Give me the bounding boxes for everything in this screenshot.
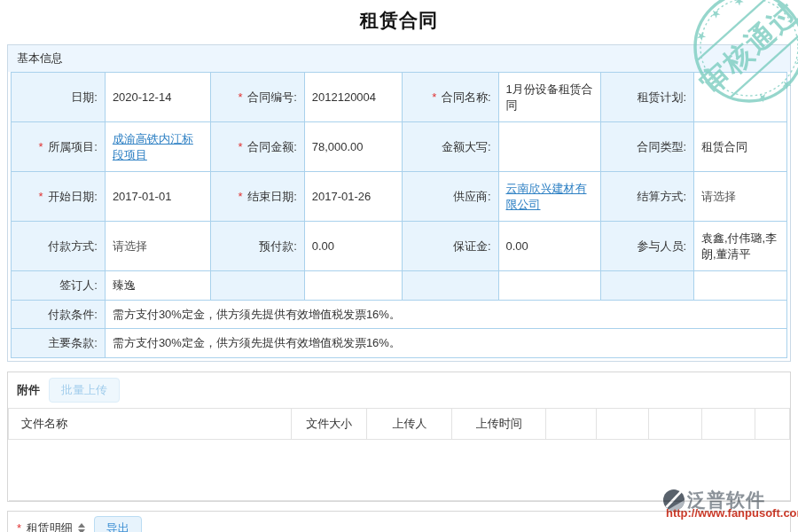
field-value: 2012120004 bbox=[304, 73, 402, 122]
basic-info-row: 签订人:臻逸 bbox=[12, 271, 787, 301]
field-value: 袁鑫,付伟璐,李朗,董清平 bbox=[694, 222, 787, 271]
attachments-header: 附件 批量上传 bbox=[8, 372, 790, 408]
basic-info-table: 日期:2020-12-14* 合同编号:2012120004* 合同名称:1月份… bbox=[11, 72, 787, 358]
svg-text:★: ★ bbox=[791, 53, 798, 70]
field-value: 请选择 bbox=[105, 222, 210, 271]
attachments-title: 附件 bbox=[17, 382, 40, 398]
field-label bbox=[210, 271, 304, 301]
field-label: * 合同编号: bbox=[210, 73, 304, 122]
field-value: 2017-01-26 bbox=[304, 172, 402, 222]
attachments-panel: 附件 批量上传 文件名称文件大小上传人上传时间 bbox=[7, 372, 791, 502]
required-asterisk: * bbox=[238, 90, 246, 104]
rental-details-title: * 租赁明细 bbox=[17, 520, 73, 532]
field-value bbox=[498, 122, 601, 172]
field-label: * 结束日期: bbox=[210, 172, 304, 222]
field-link[interactable]: 成渝高铁内江标段项目 bbox=[113, 132, 193, 161]
basic-info-panel: 基本信息 日期:2020-12-14* 合同编号:2012120004* 合同名… bbox=[7, 44, 791, 362]
field-label: 金额大写: bbox=[403, 122, 499, 172]
batch-upload-button[interactable]: 批量上传 bbox=[49, 378, 120, 403]
field-label: * 合同金额: bbox=[210, 122, 304, 172]
field-value bbox=[694, 271, 787, 301]
required-asterisk: * bbox=[238, 190, 246, 203]
required-asterisk: * bbox=[39, 140, 47, 153]
sort-toggle-icon[interactable] bbox=[78, 523, 85, 532]
field-label: 保证金: bbox=[403, 222, 499, 271]
field-value: 租赁合同 bbox=[694, 122, 787, 172]
field-value: 需方支付30%定金，供方须先提供有效增值税发票16%。 bbox=[105, 329, 786, 358]
attachments-column-header bbox=[546, 409, 596, 440]
attachments-column-header: 上传人 bbox=[367, 409, 452, 440]
required-asterisk: * bbox=[17, 521, 21, 532]
field-label: 供应商: bbox=[403, 172, 499, 222]
rental-details-panel: * 租赁明细 导出 序号* 租赁物品规格型号单位* 数量* 含税单价* 计划进场… bbox=[7, 511, 791, 532]
attachments-column-header bbox=[596, 409, 649, 440]
field-label: 结算方式: bbox=[601, 172, 694, 222]
field-label: 租赁计划: bbox=[601, 73, 694, 122]
rental-details-header: * 租赁明细 导出 bbox=[8, 512, 790, 532]
field-label: 预付款: bbox=[210, 222, 304, 271]
field-label: 付款条件: bbox=[12, 300, 106, 329]
field-value: 0.00 bbox=[498, 222, 601, 271]
field-label: 主要条款: bbox=[12, 329, 106, 358]
attachments-column-header: 上传时间 bbox=[452, 409, 546, 440]
field-label bbox=[403, 271, 499, 301]
required-asterisk: * bbox=[432, 90, 440, 104]
field-label: 合同类型: bbox=[601, 122, 694, 172]
field-label: * 所属项目: bbox=[12, 122, 106, 172]
field-value: 需方支付30%定金，供方须先提供有效增值税发票16%。 bbox=[105, 300, 786, 329]
field-value: 1月份设备租赁合同 bbox=[498, 73, 601, 122]
attachments-column-header bbox=[702, 409, 755, 440]
basic-info-row: 付款条件:需方支付30%定金，供方须先提供有效增值税发票16%。 bbox=[12, 300, 787, 329]
required-asterisk: * bbox=[238, 140, 246, 153]
field-label: * 合同名称: bbox=[403, 73, 499, 122]
attachments-column-header bbox=[755, 409, 790, 440]
attachments-column-header: 文件名称 bbox=[9, 409, 292, 440]
basic-info-row: 付款方式:请选择预付款:0.00保证金:0.00参与人员:袁鑫,付伟璐,李朗,董… bbox=[12, 222, 787, 271]
attachments-column-header bbox=[649, 409, 702, 440]
field-value[interactable]: 成渝高铁内江标段项目 bbox=[105, 122, 210, 172]
attachments-header-row: 文件名称文件大小上传人上传时间 bbox=[9, 409, 790, 440]
field-value: 78,000.00 bbox=[304, 122, 402, 172]
field-label: 付款方式: bbox=[12, 222, 106, 271]
field-link[interactable]: 云南欣兴建材有限公司 bbox=[506, 182, 587, 211]
section-header-basic-info: 基本信息 bbox=[8, 45, 790, 72]
attachments-empty-cell bbox=[9, 440, 790, 501]
field-value: 请选择 bbox=[694, 172, 787, 222]
basic-info-row: * 开始日期:2017-01-01* 结束日期:2017-01-26供应商:云南… bbox=[12, 172, 787, 222]
attachments-empty-row bbox=[9, 440, 790, 501]
field-value bbox=[304, 271, 402, 301]
basic-info-row: * 所属项目:成渝高铁内江标段项目* 合同金额:78,000.00金额大写:合同… bbox=[12, 122, 787, 172]
required-asterisk: * bbox=[39, 190, 47, 203]
attachments-table: 文件名称文件大小上传人上传时间 bbox=[8, 408, 790, 501]
field-value[interactable]: 云南欣兴建材有限公司 bbox=[498, 172, 601, 222]
attachments-column-header: 文件大小 bbox=[291, 409, 366, 440]
field-value: 臻逸 bbox=[105, 271, 210, 301]
field-value bbox=[498, 271, 601, 301]
basic-info-row: 日期:2020-12-14* 合同编号:2012120004* 合同名称:1月份… bbox=[12, 73, 787, 122]
field-label: 日期: bbox=[12, 73, 106, 122]
field-label: * 开始日期: bbox=[12, 172, 106, 222]
field-label: 签订人: bbox=[12, 271, 106, 301]
page-title: 租赁合同 bbox=[0, 8, 798, 33]
field-value: 2020-12-14 bbox=[105, 73, 210, 122]
field-label bbox=[601, 271, 694, 301]
basic-info-row: 主要条款:需方支付30%定金，供方须先提供有效增值税发票16%。 bbox=[12, 329, 787, 358]
field-value: 0.00 bbox=[304, 222, 402, 271]
field-value: 2017-01-01 bbox=[105, 172, 210, 222]
field-label: 参与人员: bbox=[601, 222, 694, 271]
export-button[interactable]: 导出 bbox=[94, 516, 142, 532]
field-value bbox=[694, 73, 787, 122]
